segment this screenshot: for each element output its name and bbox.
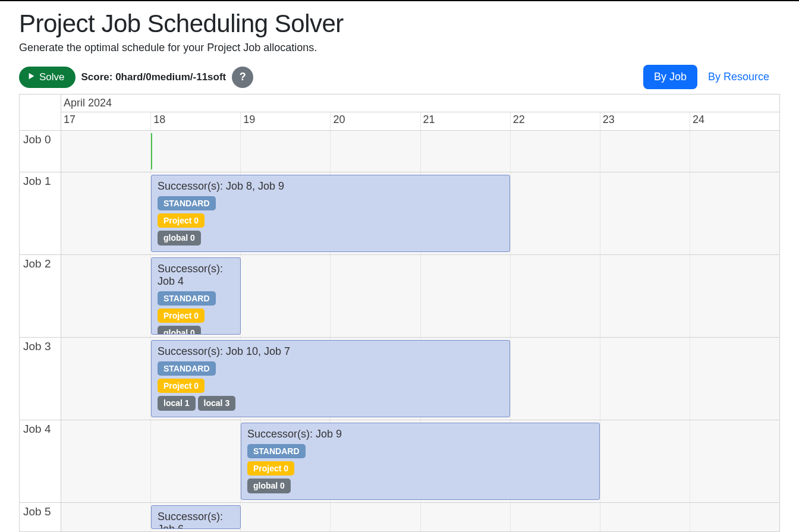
event-successors: Successor(s): Job 4 bbox=[158, 263, 234, 288]
grid-cell bbox=[61, 503, 151, 531]
question-icon: ? bbox=[240, 71, 246, 83]
event-type-badge: STANDARD bbox=[158, 291, 216, 306]
event-successors: Successor(s): Job 8, Job 9 bbox=[158, 180, 504, 193]
event-resource-badge: local 1 bbox=[158, 396, 196, 410]
grid-cell bbox=[511, 131, 600, 172]
grid-cell bbox=[600, 172, 690, 254]
event-type-badge: STANDARD bbox=[158, 361, 216, 376]
grid-cell bbox=[600, 131, 690, 172]
job-event[interactable]: Successor(s): Job 8, Job 9STANDARDProjec… bbox=[151, 175, 510, 252]
event-project-badge: Project 0 bbox=[158, 379, 205, 393]
day-cell: 24 bbox=[690, 112, 779, 130]
grid-cell bbox=[511, 503, 600, 531]
timeline-header: April 2024 1718192021222324 bbox=[20, 95, 779, 131]
event-resource-badge: global 0 bbox=[247, 479, 291, 493]
grid-cell bbox=[421, 503, 511, 531]
top-bar bbox=[0, 0, 799, 1]
grid-cell bbox=[600, 255, 690, 337]
month-label: April 2024 bbox=[61, 95, 779, 112]
page-title: Project Job Scheduling Solver bbox=[19, 10, 780, 38]
event-successors: Successor(s): Job 10, Job 7 bbox=[158, 345, 504, 358]
solve-button[interactable]: Solve bbox=[19, 67, 76, 88]
event-type-badge: STANDARD bbox=[158, 196, 216, 210]
header-right: April 2024 1718192021222324 bbox=[61, 95, 779, 130]
tab-by-job[interactable]: By Job bbox=[643, 65, 697, 89]
day-grid bbox=[61, 131, 779, 172]
job-track: Successor(s): Job 6STANDARDProject 0 bbox=[61, 503, 779, 531]
grid-cell bbox=[421, 131, 511, 172]
event-resource-badge: local 3 bbox=[198, 396, 236, 410]
grid-cell bbox=[690, 503, 779, 531]
job-row-label: Job 5 bbox=[20, 503, 61, 531]
job-row: Job 0 bbox=[20, 131, 779, 172]
event-project-badge: Project 0 bbox=[158, 213, 205, 228]
job-row-label: Job 2 bbox=[20, 255, 61, 337]
job-row: Job 4Successor(s): Job 9STANDARDProject … bbox=[20, 420, 779, 503]
grid-cell bbox=[421, 255, 511, 337]
day-row: 1718192021222324 bbox=[61, 112, 779, 130]
timeline: April 2024 1718192021222324 Job 0Job 1Su… bbox=[19, 94, 780, 532]
job-row: Job 5Successor(s): Job 6STANDARDProject … bbox=[20, 503, 779, 531]
event-type-badge: STANDARD bbox=[247, 444, 306, 458]
job-row-label: Job 4 bbox=[20, 420, 61, 502]
grid-cell bbox=[331, 255, 420, 337]
grid-cell bbox=[331, 131, 420, 172]
grid-cell bbox=[241, 503, 331, 531]
grid-cell bbox=[690, 255, 779, 337]
job-row-label: Job 1 bbox=[20, 172, 61, 254]
event-resource-badge: global 0 bbox=[158, 326, 201, 335]
day-cell: 22 bbox=[511, 112, 600, 130]
grid-cell bbox=[511, 338, 600, 420]
grid-cell bbox=[600, 338, 690, 420]
job-row: Job 1Successor(s): Job 8, Job 9STANDARDP… bbox=[20, 172, 779, 255]
day-cell: 19 bbox=[241, 112, 331, 130]
day-cell: 18 bbox=[151, 112, 241, 130]
grid-cell bbox=[331, 503, 420, 531]
job-track bbox=[61, 131, 779, 172]
page-subtitle: Generate the optimal schedule for your P… bbox=[19, 42, 780, 54]
job-track: Successor(s): Job 4STANDARDProject 0glob… bbox=[61, 255, 779, 337]
grid-cell bbox=[600, 503, 690, 531]
day-cell: 21 bbox=[421, 112, 511, 130]
toolbar-right: By Job By Resource bbox=[643, 65, 780, 89]
grid-cell bbox=[61, 172, 151, 254]
day-cell: 23 bbox=[600, 112, 690, 130]
grid-cell bbox=[241, 255, 331, 337]
day-cell: 17 bbox=[61, 112, 151, 130]
header-spacer bbox=[20, 95, 61, 130]
help-button[interactable]: ? bbox=[232, 67, 253, 88]
event-resource-badge: global 0 bbox=[158, 231, 201, 245]
grid-cell bbox=[600, 420, 690, 502]
event-successors: Successor(s): Job 9 bbox=[247, 428, 593, 440]
grid-cell bbox=[151, 131, 241, 172]
job-row-label: Job 0 bbox=[20, 131, 61, 172]
solve-button-label: Solve bbox=[39, 71, 65, 83]
grid-cell bbox=[61, 255, 151, 337]
play-icon bbox=[27, 71, 36, 83]
grid-cell bbox=[690, 420, 779, 502]
score-text: Score: 0hard/0medium/-11soft bbox=[81, 71, 227, 83]
job-row-label: Job 3 bbox=[20, 338, 61, 420]
grid-cell bbox=[61, 338, 151, 420]
grid-cell bbox=[690, 172, 779, 254]
job-event[interactable]: Successor(s): Job 4STANDARDProject 0glob… bbox=[151, 257, 241, 335]
job-event[interactable]: Successor(s): Job 10, Job 7STANDARDProje… bbox=[151, 340, 510, 417]
job-marker bbox=[151, 133, 152, 169]
toolbar: Solve Score: 0hard/0medium/-11soft ? By … bbox=[19, 65, 780, 89]
tab-by-resource[interactable]: By Resource bbox=[697, 65, 780, 89]
grid-cell bbox=[511, 172, 600, 254]
job-track: Successor(s): Job 8, Job 9STANDARDProjec… bbox=[61, 172, 779, 254]
toolbar-left: Solve Score: 0hard/0medium/-11soft ? bbox=[19, 67, 253, 88]
job-row: Job 2Successor(s): Job 4STANDARDProject … bbox=[20, 255, 779, 338]
grid-cell bbox=[511, 255, 600, 337]
event-project-badge: Project 0 bbox=[247, 461, 294, 476]
grid-cell bbox=[61, 420, 151, 502]
grid-cell bbox=[151, 420, 241, 502]
grid-cell bbox=[241, 131, 331, 172]
job-event[interactable]: Successor(s): Job 9STANDARDProject 0glob… bbox=[241, 423, 600, 500]
job-rows: Job 0Job 1Successor(s): Job 8, Job 9STAN… bbox=[20, 131, 779, 531]
grid-cell bbox=[690, 338, 779, 420]
job-row: Job 3Successor(s): Job 10, Job 7STANDARD… bbox=[20, 338, 779, 420]
job-event[interactable]: Successor(s): Job 6STANDARDProject 0 bbox=[151, 505, 241, 529]
job-track: Successor(s): Job 9STANDARDProject 0glob… bbox=[61, 420, 779, 502]
